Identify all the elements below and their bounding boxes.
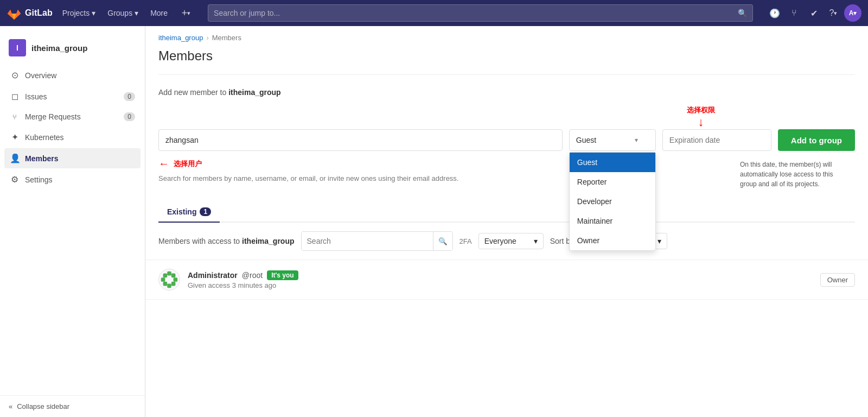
user-hint-col: ← 选择用户 Search for members by name, usern… — [158, 155, 640, 189]
expiry-hint-text: On this date, the member(s) will automat… — [740, 160, 848, 189]
topnav-groups[interactable]: Groups ▾ — [102, 5, 144, 21]
breadcrumb-separator: › — [206, 34, 208, 42]
sidebar-collapse-button[interactable]: « Collapse sidebar — [0, 395, 145, 417]
tabs-section: Existing 1 — [145, 189, 868, 223]
svg-rect-2 — [163, 274, 168, 278]
sidebar-item-kubernetes-label: Kubernetes — [25, 133, 64, 142]
member-username: @root — [242, 271, 263, 280]
twofa-chevron: ▾ — [534, 237, 538, 245]
twofa-label: 2FA — [459, 237, 472, 245]
sidebar-collapse-icon: « — [9, 402, 12, 410]
issues-icon: ◻ — [10, 91, 20, 102]
member-role: Owner — [820, 273, 855, 287]
topnav-nav: Projects ▾ Groups ▾ More — [57, 5, 173, 21]
add-member-group-name: itheima_group — [228, 88, 280, 97]
member-avatar — [158, 269, 180, 290]
gitlab-logo[interactable]: GitLab — [7, 5, 53, 21]
role-select-container: Guest ▾ Guest Reporter Developer Maintai… — [569, 129, 656, 151]
tab-existing[interactable]: Existing 1 — [158, 202, 220, 223]
members-search-button[interactable]: 🔍 — [433, 232, 452, 250]
topnav-search-icon: 🔍 — [738, 9, 747, 17]
gitlab-logo-icon — [7, 5, 22, 21]
members-search-input[interactable] — [302, 232, 433, 250]
role-option-developer[interactable]: Developer — [570, 192, 655, 211]
role-option-owner[interactable]: Owner — [570, 231, 655, 250]
main-content: itheima_group › Members Members Add new … — [145, 26, 868, 417]
page-title: Members — [145, 42, 868, 74]
role-select-button[interactable]: Guest ▾ — [569, 129, 656, 151]
members-group-name: itheima_group — [242, 237, 294, 245]
member-avatar-img — [159, 269, 180, 290]
role-option-reporter[interactable]: Reporter — [570, 172, 655, 192]
sidebar-item-kubernetes[interactable]: ✦ Kubernetes — [4, 127, 141, 147]
role-annotation: 选择权限 ↓ — [658, 105, 744, 129]
groups-chevron: ▾ — [135, 9, 138, 17]
add-member-form-container: 选择权限 ↓ Guest ▾ — [158, 105, 855, 189]
sidebar-group-name: itheima_group — [31, 43, 87, 53]
add-member-section: Add new member to itheima_group 选择权限 ↓ — [145, 75, 868, 189]
sidebar-item-issues[interactable]: ◻ Issues 0 — [4, 86, 141, 106]
annotation-arrow-down: ↓ — [698, 115, 704, 129]
svg-rect-7 — [171, 282, 176, 286]
role-option-maintainer[interactable]: Maintainer — [570, 211, 655, 231]
its-you-badge: It's you — [267, 270, 298, 280]
settings-icon: ⚙ — [10, 174, 20, 185]
twofa-select[interactable]: Everyone ▾ — [478, 233, 544, 249]
member-info: Administrator @root It's you Given acces… — [188, 270, 813, 289]
svg-rect-8 — [167, 284, 171, 288]
sidebar-item-issues-label: Issues — [25, 92, 47, 101]
twofa-value: Everyone — [484, 237, 516, 245]
action-col: Add to group — [778, 129, 855, 151]
topnav-avatar[interactable]: A▾ — [844, 4, 861, 22]
user-search-input[interactable] — [158, 129, 563, 151]
add-to-group-button[interactable]: Add to group — [778, 129, 855, 151]
members-access-label: Members with access to itheima_group — [158, 237, 295, 245]
role-option-guest[interactable]: Guest — [570, 153, 655, 172]
sidebar-collapse-label: Collapse sidebar — [17, 402, 69, 410]
user-arrow-icon: ← — [158, 157, 169, 170]
sidebar-item-merge-requests[interactable]: ⑂ Merge Requests 0 — [4, 108, 141, 126]
tab-existing-label: Existing — [167, 207, 196, 216]
add-member-form: Guest ▾ Guest Reporter Developer Maintai… — [158, 129, 855, 151]
overview-icon: ⊙ — [10, 70, 20, 80]
add-member-label: Add new member to itheima_group — [158, 88, 855, 97]
breadcrumb-group-link[interactable]: itheima_group — [158, 34, 203, 42]
sidebar-item-settings-label: Settings — [25, 175, 53, 184]
topnav-more[interactable]: More — [145, 5, 173, 21]
user-input-wrap — [158, 129, 563, 151]
topnav-plus-button[interactable]: +▾ — [177, 4, 195, 22]
layout: I itheima_group ⊙ Overview ◻ Issues 0 ⑂ … — [0, 26, 868, 417]
sidebar-item-members[interactable]: 👤 Members — [4, 148, 141, 168]
merge-requests-badge: 0 — [124, 112, 135, 121]
kubernetes-icon: ✦ — [10, 132, 20, 142]
member-name-row: Administrator @root It's you — [188, 270, 813, 280]
topnav-search-input[interactable] — [214, 9, 738, 17]
sidebar-item-overview[interactable]: ⊙ Overview — [4, 65, 141, 85]
sortby-chevron: ▾ — [658, 237, 661, 245]
svg-rect-5 — [174, 278, 178, 282]
annotation-role-text: 选择权限 — [687, 105, 715, 115]
sidebar-item-members-label: Members — [25, 154, 58, 163]
merge-requests-icon: ⑂ — [10, 113, 20, 121]
topnav-clock-icon[interactable]: 🕐 — [766, 4, 783, 22]
sidebar-nav: ⊙ Overview ◻ Issues 0 ⑂ Merge Requests 0… — [0, 65, 145, 191]
members-icon: 👤 — [10, 153, 20, 163]
topnav-help-icon[interactable]: ? ▾ — [825, 4, 842, 22]
expiry-date-input[interactable] — [662, 129, 771, 151]
svg-rect-1 — [167, 271, 171, 276]
topnav-projects[interactable]: Projects ▾ — [57, 5, 101, 21]
tab-existing-badge: 1 — [200, 207, 211, 216]
topnav-merge-icon[interactable]: ⑂ — [786, 4, 803, 22]
role-dropdown: Guest Reporter Developer Maintainer Owne… — [569, 152, 656, 251]
table-row: Administrator @root It's you Given acces… — [145, 260, 868, 300]
role-select-value: Guest — [576, 136, 596, 144]
sidebar: I itheima_group ⊙ Overview ◻ Issues 0 ⑂ … — [0, 26, 145, 417]
sidebar-item-settings[interactable]: ⚙ Settings — [4, 169, 141, 189]
role-select-chevron: ▾ — [635, 136, 638, 144]
expiry-hint-col: On this date, the member(s) will automat… — [740, 155, 848, 189]
topnav-todo-icon[interactable]: ✔ — [805, 4, 822, 22]
topnav-search-bar[interactable]: 🔍 — [208, 4, 753, 22]
sidebar-group-header: I itheima_group — [0, 35, 145, 65]
members-filter-bar: Members with access to itheima_group 🔍 2… — [145, 223, 868, 260]
user-annotation-row: ← 选择用户 — [158, 157, 640, 170]
